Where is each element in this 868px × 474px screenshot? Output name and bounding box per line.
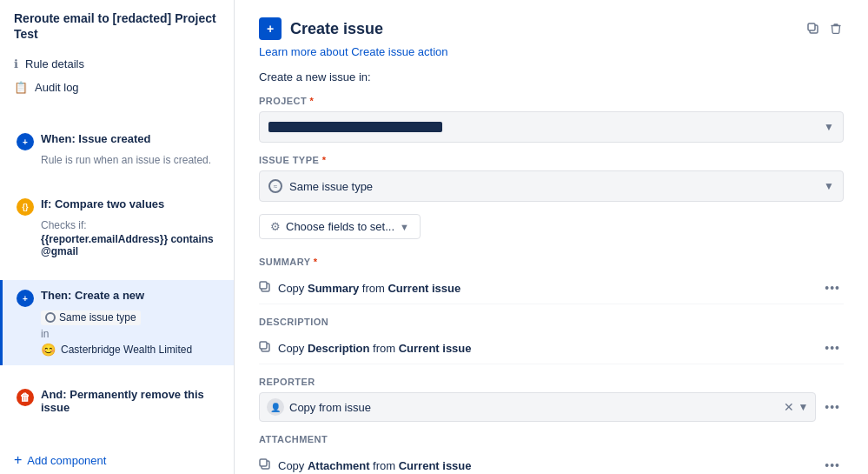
chevron-down-icon: ▼ [824,121,834,133]
step-when-title: When: Issue created [41,132,150,145]
reporter-user-icon: 👤 [267,398,284,416]
step-then-org-icon: 😊 [41,343,56,357]
copy-action-button[interactable] [805,21,821,37]
description-more-button[interactable]: ••• [821,339,844,357]
step-if-icon: {} [17,198,34,216]
project-redacted-value [268,122,442,132]
chevron-down-icon: ▼ [400,222,409,232]
sidebar-item-label: Rule details [25,57,84,70]
step-and[interactable]: 🗑 And: Permanently remove this issue [0,379,234,426]
project-label: Project * [259,96,844,106]
step-if-title: If: Compare two values [41,197,164,210]
sidebar-item-audit-log[interactable]: 📋 Audit log [7,76,227,99]
section-label: Create a new issue in: [259,70,844,83]
sidebar: Reroute email to [redacted] Project Test… [0,0,235,474]
sidebar-nav: ℹ Rule details 📋 Audit log [0,52,234,99]
step-then[interactable]: + Then: Create a new Same issue type in … [0,280,234,365]
step-then-icon: + [17,290,34,307]
description-field-row: Copy Description from Current issue ••• [259,332,844,364]
reporter-more-button[interactable]: ••• [821,398,844,416]
step-when-body: Rule is run when an issue is created. [17,154,220,166]
step-and-title: And: Permanently remove this issue [41,388,220,414]
svg-rect-1 [808,23,815,30]
description-field-label: Description [259,317,844,327]
svg-rect-5 [260,342,267,349]
add-component-button[interactable]: + Add component [0,444,234,474]
copy-icon [259,458,271,473]
svg-rect-3 [260,282,267,289]
chevron-down-icon: ▼ [824,180,834,192]
issue-type-icon: ≈ [268,179,282,193]
step-then-in: in [17,328,220,340]
reporter-field-label: Reporter [259,377,844,387]
project-select[interactable]: ▼ [259,111,844,143]
info-icon: ℹ [14,57,18,70]
attachment-field-row: Copy Attachment from Current issue ••• [259,450,844,474]
reporter-controls: ✕ ▼ [784,400,808,414]
step-if[interactable]: {} If: Compare two values Checks if: {{r… [0,189,234,266]
step-when-icon: + [17,133,34,150]
issue-type-value: ≈ Same issue type [268,179,824,193]
summary-field-label: Summary * [259,257,844,267]
learn-more-link[interactable]: Learn more about Create issue action [259,45,448,58]
panel-title-actions [805,21,844,37]
create-issue-icon: + [259,17,282,40]
sidebar-item-label: Audit log [35,81,79,94]
choose-fields-button[interactable]: ⚙ Choose fields to set... ▼ [259,214,421,239]
plus-icon: + [14,452,22,468]
step-then-title: Then: Create a new [41,289,144,302]
step-when[interactable]: + When: Issue created Rule is run when a… [0,124,234,175]
reporter-value: Copy from issue [289,401,779,414]
panel-header: + Create issue [259,17,844,40]
issue-type-label: Issue type * [259,155,844,165]
attachment-field-label: Attachment [259,434,844,444]
summary-more-button[interactable]: ••• [821,279,844,297]
summary-field-row: Copy Summary from Current issue ••• [259,272,844,304]
panel-title: Create issue [290,20,797,38]
step-then-issue-type: Same issue type [41,310,141,325]
svg-rect-7 [260,459,267,466]
main-panel: + Create issue Learn more about Create i… [235,0,868,474]
sidebar-item-rule-details[interactable]: ℹ Rule details [7,52,227,76]
clipboard-icon: 📋 [14,81,28,94]
reporter-row: 👤 Copy from issue ✕ ▼ ••• [259,392,844,422]
copy-icon [259,281,271,296]
project-select-value [268,122,824,132]
step-if-body: Checks if: [17,219,220,231]
attachment-field-text: Copy Attachment from Current issue [278,459,814,472]
gear-icon: ⚙ [270,220,281,233]
delete-action-button[interactable] [828,21,844,37]
reporter-clear-button[interactable]: ✕ [784,400,794,414]
sidebar-title: Reroute email to [redacted] Project Test [0,10,234,52]
step-then-org: Casterbridge Wealth Limited [61,344,192,356]
reporter-dropdown[interactable]: 👤 Copy from issue ✕ ▼ [259,392,816,422]
step-if-detail: {{reporter.emailAddress}} contains @gmai… [17,233,220,257]
description-field-text: Copy Description from Current issue [278,342,814,355]
chevron-down-icon: ▼ [798,401,808,413]
issue-type-select[interactable]: ≈ Same issue type ▼ [259,170,844,202]
copy-icon [259,341,271,356]
attachment-more-button[interactable]: ••• [821,457,844,474]
summary-field-text: Copy Summary from Current issue [278,282,814,295]
step-and-icon: 🗑 [17,389,34,406]
